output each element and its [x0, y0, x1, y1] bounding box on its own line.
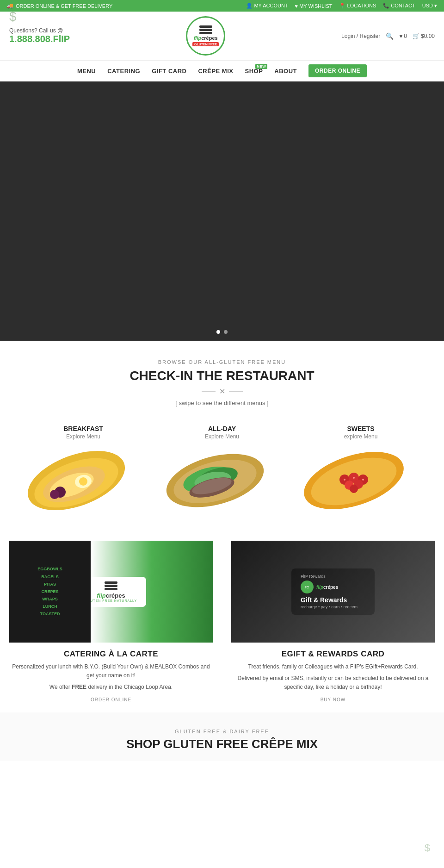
svg-point-23: [344, 479, 345, 481]
catering-bg: EGGBOWLSBAGELSPITASCREPESWRAPSLUNCHTOAST…: [9, 541, 213, 643]
login-register-link[interactable]: Login / Register: [341, 33, 380, 39]
search-icon[interactable]: 🔍: [386, 32, 394, 40]
catering-cta[interactable]: ORDER ONLINE: [91, 697, 131, 702]
svg-point-25: [362, 479, 364, 481]
nav-catering[interactable]: CATERING: [107, 68, 140, 75]
menu-section: BROWSE OUR ALL-GLUTEN FREE MENU CHECK-IN…: [0, 341, 444, 416]
top-bar-right: 👤 MY ACCOUNT ♥ MY WISHLIST 📍 LOCATIONS 📞…: [246, 3, 437, 9]
cart-icon: 🛒: [413, 33, 419, 39]
wishlist-heart-icon: ♥: [399, 33, 402, 39]
svg-point-5: [50, 490, 59, 499]
nav-gift-card[interactable]: GIFT CARD: [152, 68, 186, 75]
hero-dot-2[interactable]: [224, 330, 228, 334]
questions-label: Questions? Call us @: [9, 27, 70, 34]
shop-new-badge: NEW: [255, 64, 267, 69]
crepe-mix-sub-label: GLUTEN FREE & DAIRY FREE: [9, 729, 435, 734]
account-icon: 👤: [246, 3, 253, 8]
egift-section: $ $ FlIP Rewards fC flipcrépes Gift & Re…: [222, 531, 444, 712]
site-header: Questions? Call us @ 1.888.808.FlIP flip…: [0, 12, 444, 61]
hero-slider[interactable]: [0, 81, 444, 341]
menu-cards: BREAKFAST Explore Menu All-Day Explore M…: [0, 416, 444, 527]
header-phone-area: Questions? Call us @ 1.888.808.FlIP: [9, 27, 70, 44]
catering-image: EGGBOWLSBAGELSPITASCREPESWRAPSLUNCHTOAST…: [9, 541, 213, 643]
egift-desc1: Treat friends, family or Colleagues with…: [231, 662, 435, 671]
crepe-mix-title: SHOP GLUTEN FREE CRÊPE MIX: [9, 737, 435, 751]
egift-bg: $ $ FlIP Rewards fC flipcrépes Gift & Re…: [231, 541, 435, 643]
egift-card-tagline: recharge • pay • earn • redeem: [301, 605, 365, 609]
crepe-mix-section: GLUTEN FREE & DAIRY FREE SHOP GLUTEN FRE…: [0, 712, 444, 761]
nav-shop[interactable]: SHOP NEW: [245, 68, 263, 75]
cart-total: $0.00: [421, 33, 435, 39]
top-bar-left: 🚚 ORDER ONLINE & GET FREE DELIVERY: [7, 3, 112, 9]
svg-point-22: [350, 485, 358, 493]
location-icon: 📍: [339, 3, 345, 8]
heart-icon: ♥: [295, 3, 298, 9]
wishlist-count: 0: [404, 33, 407, 39]
egift-cta[interactable]: BUY NOW: [321, 697, 346, 702]
hero-dots: [216, 330, 228, 334]
sweets-crepe-image: [296, 443, 412, 513]
logo-text: flipcrépes: [194, 35, 218, 41]
catering-desc1: Personalized your lunch with B.Y.O. (Bui…: [9, 662, 213, 680]
menu-card-allday[interactable]: All-Day Explore Menu: [153, 425, 291, 513]
currency-selector[interactable]: USD ▾: [422, 3, 437, 9]
sweets-title: SWEETS: [296, 425, 426, 432]
main-nav: MENU CATERING GIFT CARD CRÊPE MIX SHOP N…: [0, 61, 444, 81]
my-account-link[interactable]: 👤 MY ACCOUNT: [246, 3, 288, 9]
logo-area[interactable]: flipcrépes GLUTEN FREE: [186, 16, 225, 56]
catering-section: EGGBOWLSBAGELSPITASCREPESWRAPSLUNCHTOAST…: [0, 531, 222, 712]
my-wishlist-link[interactable]: ♥ MY WISHLIST: [295, 3, 333, 9]
allday-title: All-Day: [157, 425, 287, 432]
locations-link[interactable]: 📍 LOCATIONS: [339, 3, 376, 9]
menu-card-breakfast[interactable]: BREAKFAST Explore Menu: [14, 425, 153, 513]
header-right-area: Login / Register 🔍 ♥ 0 🛒 $0.00: [341, 32, 435, 40]
delivery-icon: 🚚: [7, 3, 13, 9]
svg-point-24: [353, 477, 355, 479]
breakfast-sub: Explore Menu: [18, 433, 148, 440]
egift-title: eGIFT & REWARDS CARD: [231, 649, 435, 659]
swipe-text: [ swipe to see the different menus ]: [9, 400, 435, 406]
allday-crepe-image: [157, 443, 273, 513]
egift-card-visual: FlIP Rewards fC flipcrépes Gift & Reward…: [291, 568, 375, 615]
egift-image: $ $ FlIP Rewards fC flipcrépes Gift & Re…: [231, 541, 435, 643]
top-bar: 🚚 ORDER ONLINE & GET FREE DELIVERY 👤 MY …: [0, 0, 444, 12]
site-logo[interactable]: flipcrépes GLUTEN FREE: [186, 16, 225, 56]
wishlist-area[interactable]: ♥ 0: [399, 33, 407, 39]
nav-order-online[interactable]: ORDER ONLINE: [308, 64, 367, 77]
egift-card-sub: Gift & Rewards: [301, 596, 365, 604]
divider: ✕: [9, 386, 435, 397]
allday-sub: Explore Menu: [157, 433, 287, 440]
logo-stack-icon: [199, 25, 212, 34]
contact-link[interactable]: 📞 CONTACT: [383, 3, 415, 9]
menu-title: CHECK-IN THE RESTAURANT: [9, 368, 435, 383]
x-mark-icon: ✕: [219, 387, 225, 396]
phone-icon: 📞: [383, 3, 389, 8]
two-col-section: EGGBOWLSBAGELSPITASCREPESWRAPSLUNCHTOAST…: [0, 531, 444, 712]
phone-number[interactable]: 1.888.808.FlIP: [9, 34, 70, 44]
breakfast-crepe-image: [18, 443, 134, 513]
nav-crepe-mix[interactable]: CRÊPE MIX: [198, 68, 233, 75]
menu-sub-label: BROWSE OUR ALL-GLUTEN FREE MENU: [9, 359, 435, 365]
gluten-free-badge: GLUTEN FREE: [192, 42, 219, 46]
hero-dot-1[interactable]: [216, 330, 220, 334]
breakfast-title: BREAKFAST: [18, 425, 148, 432]
cart-area[interactable]: 🛒 $0.00: [413, 33, 435, 39]
nav-menu[interactable]: MENU: [77, 68, 96, 75]
menu-card-sweets[interactable]: SWEETS explore Menu: [291, 425, 430, 513]
nav-about[interactable]: ABOUT: [274, 68, 297, 75]
svg-point-7: [79, 477, 87, 486]
catering-title: Catering À La Carte: [9, 649, 213, 659]
egift-desc2: Delivered by email or SMS, instantly or …: [231, 674, 435, 692]
catering-text-panel: EGGBOWLSBAGELSPITASCREPESWRAPSLUNCHTOAST…: [9, 541, 91, 643]
sweets-sub: explore Menu: [296, 433, 426, 440]
catering-desc2: We offer FREE delivery in the Chicago Lo…: [9, 683, 213, 692]
top-bar-left-text: ORDER ONLINE & GET FREE DELIVERY: [16, 3, 112, 9]
